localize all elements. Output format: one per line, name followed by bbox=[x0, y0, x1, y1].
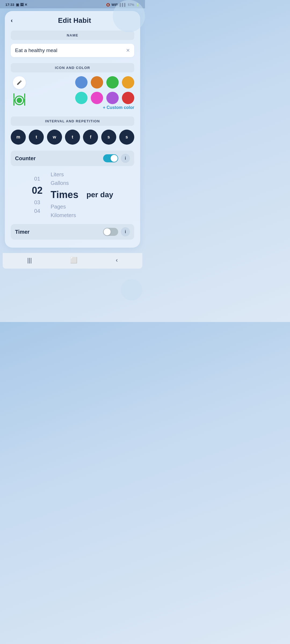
icon-color-row: + Custom color bbox=[11, 76, 134, 110]
picker-unit-times: Times bbox=[51, 188, 78, 202]
svg-point-5 bbox=[17, 98, 22, 103]
status-left: 17:33 ▣ 🖼 ✕ bbox=[5, 3, 27, 7]
color-dot-purple[interactable] bbox=[106, 92, 119, 104]
picker-unit-liters: Liters bbox=[51, 170, 64, 178]
icon-area bbox=[11, 76, 28, 108]
interval-section: INTERVAL AND REPETITION mtwtfss bbox=[11, 116, 134, 145]
icon-color-section-label: ICON AND COLOR bbox=[11, 63, 134, 72]
color-grid-wrapper: + Custom color bbox=[33, 76, 134, 110]
battery-icon: 🔋 bbox=[136, 3, 140, 7]
page-title: Edit Habit bbox=[15, 16, 134, 25]
timer-info-button[interactable]: i bbox=[121, 227, 130, 236]
status-right: 🔇 WiFi ▌▌▌ 57% 🔋 bbox=[106, 3, 140, 7]
counter-info-button[interactable]: i bbox=[121, 154, 130, 163]
edit-habit-card: ‹ Edit Habit NAME ✕ ICON AND COLOR bbox=[5, 11, 140, 248]
signal-icon: ▌▌▌ bbox=[119, 3, 126, 7]
icon-color-section: + Custom color bbox=[11, 76, 134, 110]
picker-unit-pages: Pages bbox=[51, 203, 66, 211]
day-button-0[interactable]: m bbox=[11, 130, 26, 145]
wifi-icon: WiFi bbox=[111, 3, 118, 7]
day-button-3[interactable]: t bbox=[65, 130, 80, 145]
timer-toggle[interactable] bbox=[103, 228, 118, 236]
day-button-2[interactable]: w bbox=[47, 130, 62, 145]
color-dot-blue[interactable] bbox=[75, 76, 88, 89]
day-button-6[interactable]: s bbox=[119, 130, 134, 145]
color-dot-amber[interactable] bbox=[122, 76, 134, 89]
picker-num-04: 04 bbox=[34, 207, 40, 215]
picker-suffix: per day bbox=[86, 191, 113, 199]
picker-num-01: 01 bbox=[34, 175, 40, 183]
picker-num-02: 02 bbox=[32, 183, 42, 198]
back-button[interactable]: ‹ bbox=[11, 17, 15, 24]
svg-rect-3 bbox=[13, 99, 15, 106]
svg-rect-7 bbox=[24, 98, 25, 106]
day-button-1[interactable]: t bbox=[29, 130, 44, 145]
interval-section-label: INTERVAL AND REPETITION bbox=[11, 116, 134, 126]
decorative-blob-2 bbox=[121, 279, 142, 301]
color-dot-orange[interactable] bbox=[91, 76, 103, 89]
name-section-label: NAME bbox=[11, 31, 134, 40]
picker-numbers-col[interactable]: 01020304 bbox=[32, 175, 42, 215]
picker-num-03: 03 bbox=[34, 198, 40, 206]
edit-icon-button[interactable] bbox=[13, 76, 26, 89]
status-icons: ▣ 🖼 ✕ bbox=[16, 3, 27, 7]
color-dot-red[interactable] bbox=[122, 92, 134, 104]
days-row: mtwtfss bbox=[11, 130, 134, 145]
day-button-4[interactable]: f bbox=[83, 130, 98, 145]
meal-svg-icon bbox=[11, 92, 27, 108]
picker-unit-kilometers: Kilometers bbox=[51, 211, 76, 219]
nav-menu-icon[interactable]: ||| bbox=[27, 257, 32, 264]
battery-pct: 57% bbox=[128, 3, 134, 7]
status-bar: 17:33 ▣ 🖼 ✕ 🔇 WiFi ▌▌▌ 57% 🔋 bbox=[0, 0, 145, 8]
timer-row: Timer i bbox=[11, 224, 134, 240]
picker-units-col[interactable]: LitersGallonsTimesPagesKilometers bbox=[51, 170, 78, 219]
day-button-5[interactable]: s bbox=[101, 130, 116, 145]
status-time: 17:33 bbox=[5, 3, 14, 7]
timer-label: Timer bbox=[15, 229, 100, 235]
color-dot-pink[interactable] bbox=[91, 92, 103, 104]
counter-picker[interactable]: 01020304LitersGallonsTimesPagesKilometer… bbox=[11, 170, 134, 219]
picker-unit-gallons: Gallons bbox=[51, 179, 69, 187]
color-dot-cyan[interactable] bbox=[75, 92, 88, 104]
clear-name-button[interactable]: ✕ bbox=[124, 47, 130, 53]
name-input-wrapper: ✕ bbox=[11, 44, 134, 57]
pencil-icon bbox=[16, 80, 22, 86]
timer-toggle-knob bbox=[104, 228, 111, 235]
counter-row: Counter i bbox=[11, 151, 134, 166]
nav-back-icon[interactable]: ‹ bbox=[116, 257, 118, 264]
nav-bar: ||| ⬜ ‹ bbox=[3, 253, 142, 269]
habit-icon bbox=[11, 91, 28, 108]
nav-home-icon[interactable]: ⬜ bbox=[70, 257, 77, 264]
toggle-knob bbox=[111, 155, 118, 162]
counter-toggle[interactable] bbox=[103, 154, 118, 162]
page-header: ‹ Edit Habit bbox=[11, 16, 134, 25]
counter-label: Counter bbox=[15, 155, 100, 162]
mute-icon: 🔇 bbox=[106, 3, 110, 7]
color-dot-green[interactable] bbox=[106, 76, 119, 89]
color-grid bbox=[75, 76, 134, 104]
habit-name-input[interactable] bbox=[15, 47, 124, 53]
custom-color-button[interactable]: + Custom color bbox=[33, 105, 134, 110]
